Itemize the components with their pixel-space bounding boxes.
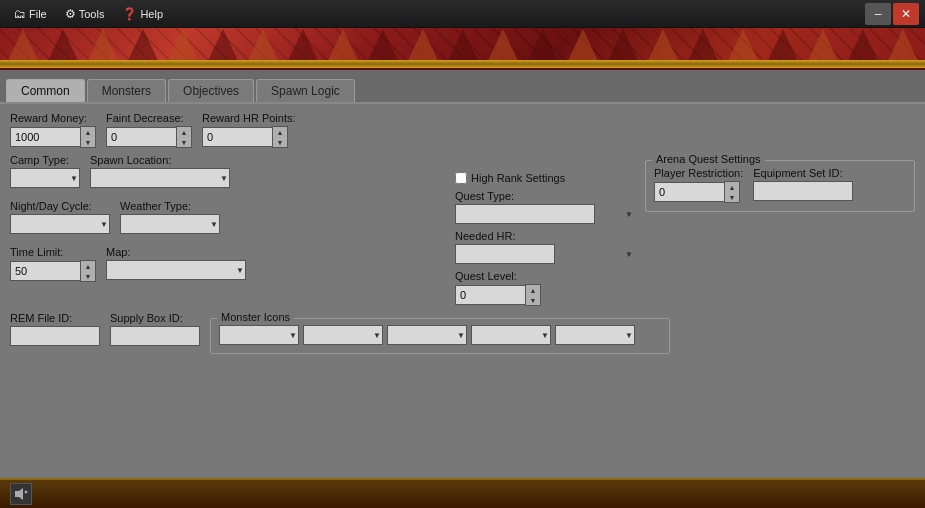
reward-hr-points-input[interactable]: [202, 127, 272, 147]
reward-hr-points-spin-up[interactable]: ▲: [273, 127, 287, 137]
main-content: Reward Money: ▲ ▼ Faint Decrease: ▲ ▼ Re…: [0, 104, 925, 478]
field-quest-type: Quest Type: ▼: [455, 190, 635, 224]
reward-hr-points-spin-down[interactable]: ▼: [273, 137, 287, 147]
quest-level-spin-down[interactable]: ▼: [526, 295, 540, 305]
faint-decrease-input[interactable]: [106, 127, 176, 147]
time-limit-spin-btns: ▲ ▼: [80, 260, 96, 282]
faint-decrease-spin-down[interactable]: ▼: [177, 137, 191, 147]
menu-file[interactable]: 🗂 File: [6, 5, 55, 23]
player-restriction-label: Player Restriction:: [654, 167, 743, 179]
player-restriction-spin-down[interactable]: ▼: [725, 192, 739, 202]
reward-hr-points-spinner: ▲ ▼: [202, 126, 296, 148]
arena-quest-title: Arena Quest Settings: [652, 153, 765, 165]
minimize-button[interactable]: –: [865, 3, 891, 25]
tab-spawn-logic[interactable]: Spawn Logic: [256, 79, 355, 102]
high-rank-checkbox[interactable]: [455, 172, 467, 184]
help-icon: ❓: [122, 7, 137, 21]
close-button[interactable]: ✕: [893, 3, 919, 25]
field-player-restriction: Player Restriction: ▲ ▼: [654, 167, 743, 203]
tab-objectives[interactable]: Objectives: [168, 79, 254, 102]
field-faint-decrease: Faint Decrease: ▲ ▼: [106, 112, 192, 148]
faint-decrease-spin-up[interactable]: ▲: [177, 127, 191, 137]
monster-icon-2-wrap: ▼: [303, 325, 383, 345]
rem-file-id-input[interactable]: [10, 326, 100, 346]
mute-button[interactable]: [10, 483, 32, 505]
titlebar: 🗂 File ⚙ Tools ❓ Help – ✕: [0, 0, 925, 28]
needed-hr-select[interactable]: [455, 244, 555, 264]
menu-tools-label: Tools: [79, 8, 105, 20]
field-camp-type: Camp Type: ▼: [10, 154, 80, 188]
quest-level-input[interactable]: [455, 285, 525, 305]
monster-icon-2-select[interactable]: [303, 325, 383, 345]
quest-level-spin-up[interactable]: ▲: [526, 285, 540, 295]
time-limit-spin-up[interactable]: ▲: [81, 261, 95, 271]
arena-quest-panel: Arena Quest Settings Player Restriction:…: [645, 160, 915, 212]
weather-select-wrap: ▼: [120, 214, 220, 234]
monster-icons-panel: Monster Icons ▼ ▼: [210, 318, 670, 354]
field-night-day: Night/Day Cycle: ▼: [10, 200, 110, 234]
menu-help-label: Help: [140, 8, 163, 20]
bottom-left: REM File ID: Supply Box ID:: [10, 312, 200, 354]
monster-icon-5-select[interactable]: [555, 325, 635, 345]
right-column: Arena Quest Settings Player Restriction:…: [645, 154, 915, 212]
player-restriction-spin-up[interactable]: ▲: [725, 182, 739, 192]
map-label: Map:: [106, 246, 246, 258]
bottom-row: REM File ID: Supply Box ID: Monster Icon…: [10, 312, 915, 354]
row-rewards: Reward Money: ▲ ▼ Faint Decrease: ▲ ▼ Re…: [10, 112, 915, 148]
night-day-label: Night/Day Cycle:: [10, 200, 110, 212]
high-rank-label[interactable]: High Rank Settings: [471, 172, 565, 184]
monster-icon-4-select[interactable]: [471, 325, 551, 345]
rem-file-id-label: REM File ID:: [10, 312, 100, 324]
weather-type-label: Weather Type:: [120, 200, 220, 212]
file-icon: 🗂: [14, 7, 26, 21]
field-supply-box-id: Supply Box ID:: [110, 312, 200, 346]
main-layout: Camp Type: ▼ Spawn Location: ▼: [10, 154, 915, 306]
menu-tools[interactable]: ⚙ Tools: [57, 5, 113, 23]
quest-level-spinner: ▲ ▼: [455, 284, 635, 306]
tab-monsters[interactable]: Monsters: [87, 79, 166, 102]
reward-money-spin-down[interactable]: ▼: [81, 137, 95, 147]
equipment-set-id-input[interactable]: [753, 181, 853, 201]
tab-bar: Common Monsters Objectives Spawn Logic: [0, 70, 925, 104]
monster-icon-3-wrap: ▼: [387, 325, 467, 345]
time-limit-input[interactable]: [10, 261, 80, 281]
reward-money-spin-up[interactable]: ▲: [81, 127, 95, 137]
spawn-location-select-wrap: ▼: [90, 168, 230, 188]
menu-file-label: File: [29, 8, 47, 20]
window-controls: – ✕: [865, 3, 919, 25]
mute-icon: [14, 487, 28, 501]
reward-money-label: Reward Money:: [10, 112, 96, 124]
menu-help[interactable]: ❓ Help: [114, 5, 171, 23]
field-map: Map: ▼: [106, 246, 246, 280]
quest-type-label: Quest Type:: [455, 190, 635, 202]
supply-box-id-input[interactable]: [110, 326, 200, 346]
time-limit-spin-down[interactable]: ▼: [81, 271, 95, 281]
camp-type-select-wrap: ▼: [10, 168, 80, 188]
spawn-location-select[interactable]: [90, 168, 230, 188]
high-rank-wrap: High Rank Settings: [455, 172, 635, 184]
needed-hr-select-wrap: ▼: [455, 244, 635, 264]
weather-select[interactable]: [120, 214, 220, 234]
field-weather-type: Weather Type: ▼: [120, 200, 220, 234]
quest-type-select-wrap: ▼: [455, 204, 635, 224]
center-column: High Rank Settings Quest Type: ▼ Needed …: [455, 154, 635, 306]
left-column: Camp Type: ▼ Spawn Location: ▼: [10, 154, 445, 288]
needed-hr-arrow-icon: ▼: [625, 250, 633, 259]
quest-type-select[interactable]: [455, 204, 595, 224]
svg-rect-0: [15, 491, 19, 497]
tab-common[interactable]: Common: [6, 79, 85, 102]
monster-icon-3-select[interactable]: [387, 325, 467, 345]
arena-inner: Player Restriction: ▲ ▼ Equipment Set ID…: [654, 167, 906, 203]
row-night-weather: Night/Day Cycle: ▼ Weather Type:: [10, 200, 445, 234]
player-restriction-input[interactable]: [654, 182, 724, 202]
monster-icon-1-wrap: ▼: [219, 325, 299, 345]
map-select-wrap: ▼: [106, 260, 246, 280]
night-day-select[interactable]: [10, 214, 110, 234]
camp-type-select[interactable]: [10, 168, 80, 188]
monster-icon-5-wrap: ▼: [555, 325, 635, 345]
row-time-map: Time Limit: ▲ ▼ Map:: [10, 246, 445, 282]
quest-level-label: Quest Level:: [455, 270, 635, 282]
monster-icon-1-select[interactable]: [219, 325, 299, 345]
reward-money-input[interactable]: [10, 127, 80, 147]
map-select[interactable]: [106, 260, 246, 280]
